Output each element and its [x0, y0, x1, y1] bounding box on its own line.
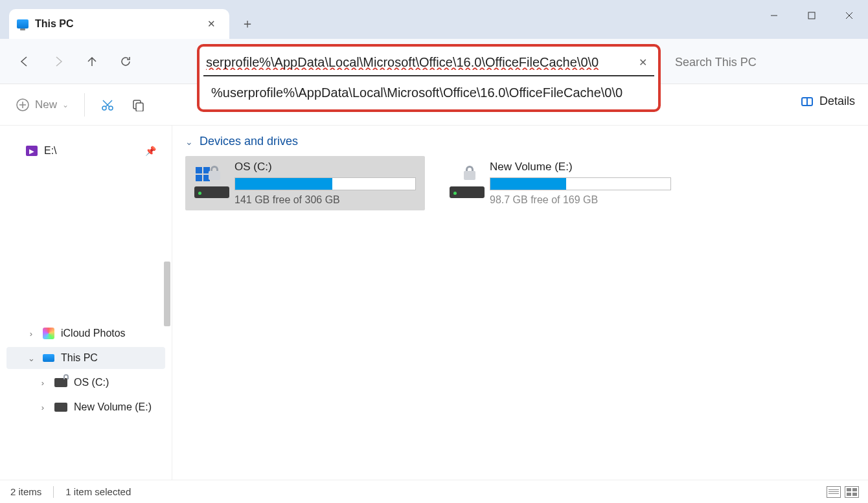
- drive-new-volume-e[interactable]: New Volume (E:) 98.7 GB free of 169 GB: [440, 156, 680, 210]
- chevron-down-icon: ⌄: [185, 137, 193, 147]
- pin-icon: 📌: [145, 146, 156, 156]
- sidebar-scrollbar[interactable]: [164, 262, 170, 326]
- sidebar-item-label: iCloud Photos: [61, 328, 126, 339]
- sidebar-pinned-e[interactable]: ▶ E:\ 📌: [6, 140, 165, 162]
- status-bar: 2 items 1 item selected: [0, 480, 868, 503]
- windows-logo-icon: [196, 167, 210, 181]
- details-toggle[interactable]: Details: [801, 95, 855, 108]
- chevron-right-icon: ›: [26, 329, 36, 339]
- close-window-button[interactable]: [830, 0, 868, 31]
- drive-free-text: 141 GB free of 306 GB: [234, 194, 416, 206]
- plus-circle-icon: [16, 98, 30, 112]
- sidebar-item-label: New Volume (E:): [74, 401, 152, 413]
- lock-icon: [209, 166, 220, 180]
- address-bar-container: ✕ %userprofile%\AppData\Local\Microsoft\…: [197, 44, 661, 112]
- sidebar-pinned-label: E:\: [44, 145, 57, 157]
- address-suggestion[interactable]: %userprofile%\AppData\Local\Microsoft\Of…: [200, 76, 658, 109]
- titlebar: This PC ✕ ＋: [0, 0, 868, 39]
- sidebar-item-os-c[interactable]: › OS (C:): [6, 372, 165, 394]
- svg-rect-1: [808, 12, 815, 19]
- copy-button[interactable]: [125, 95, 151, 115]
- drive-free-text: 98.7 GB free of 169 GB: [490, 194, 671, 206]
- sidebar-item-new-volume[interactable]: › New Volume (E:): [6, 396, 165, 418]
- search-input[interactable]: [675, 56, 856, 69]
- group-title: Devices and drives: [200, 135, 298, 148]
- forward-button[interactable]: [41, 45, 75, 78]
- tab-title: This PC: [35, 18, 196, 30]
- capacity-bar: [234, 177, 416, 190]
- separator: [84, 93, 85, 117]
- cut-button[interactable]: [94, 94, 121, 116]
- drive-icon: [54, 378, 67, 387]
- sidebar-item-label: OS (C:): [74, 377, 109, 388]
- address-highlight: ✕ %userprofile%\AppData\Local\Microsoft\…: [197, 44, 661, 112]
- drive-name: OS (C:): [234, 161, 416, 173]
- details-icon: [801, 97, 813, 106]
- content-pane: ⌄ Devices and drives OS (C:) 141 GB free…: [172, 126, 868, 480]
- grid-view-button[interactable]: [845, 486, 859, 498]
- drives-list: OS (C:) 141 GB free of 306 GB New Volume…: [185, 156, 855, 210]
- sidebar-item-label: This PC: [61, 352, 98, 364]
- this-pc-icon: [17, 19, 29, 28]
- new-label: New: [35, 98, 57, 111]
- svg-rect-12: [136, 103, 143, 111]
- this-pc-icon: [43, 354, 54, 362]
- search-box[interactable]: [675, 48, 856, 76]
- chevron-down-icon: ⌄: [62, 100, 69, 109]
- drive-icon: [194, 166, 224, 201]
- icloud-icon: [43, 328, 54, 339]
- chevron-right-icon: ›: [38, 378, 48, 388]
- scissors-icon: [100, 98, 115, 112]
- new-tab-button[interactable]: ＋: [234, 10, 260, 36]
- drive-name: New Volume (E:): [490, 161, 671, 173]
- navigation-pane: ▶ E:\ 📌 › iCloud Photos ⌄ This PC › OS (…: [0, 126, 172, 480]
- window-controls: [755, 0, 868, 31]
- copy-icon: [131, 98, 144, 111]
- drive-os-c[interactable]: OS (C:) 141 GB free of 306 GB: [185, 156, 425, 210]
- body: ▶ E:\ 📌 › iCloud Photos ⌄ This PC › OS (…: [0, 126, 868, 480]
- view-toggles: [827, 486, 859, 498]
- details-label: Details: [819, 95, 855, 108]
- maximize-button[interactable]: [793, 0, 830, 31]
- capacity-bar: [490, 177, 671, 190]
- up-button[interactable]: [75, 45, 109, 78]
- tab-this-pc[interactable]: This PC ✕: [9, 9, 229, 39]
- chevron-down-icon: ⌄: [26, 353, 36, 363]
- drive-icon: [54, 403, 67, 412]
- group-devices-drives[interactable]: ⌄ Devices and drives: [185, 135, 855, 148]
- refresh-button[interactable]: [109, 45, 143, 78]
- sidebar-item-this-pc[interactable]: ⌄ This PC: [6, 347, 165, 369]
- sidebar-item-icloud[interactable]: › iCloud Photos: [6, 322, 165, 344]
- address-clear-button[interactable]: ✕: [631, 50, 654, 74]
- minimize-button[interactable]: [755, 0, 793, 31]
- video-folder-icon: ▶: [26, 146, 38, 156]
- new-button[interactable]: New ⌄: [9, 94, 75, 116]
- separator: [53, 486, 54, 498]
- selection-count: 1 item selected: [65, 486, 131, 497]
- lock-icon: [464, 166, 475, 180]
- back-button[interactable]: [8, 45, 41, 78]
- navigation-bar: ✕ %userprofile%\AppData\Local\Microsoft\…: [0, 39, 868, 84]
- list-view-button[interactable]: [827, 486, 841, 498]
- drive-icon: [450, 166, 479, 201]
- chevron-right-icon: ›: [38, 403, 48, 412]
- address-input[interactable]: [206, 49, 631, 75]
- tab-close-button[interactable]: ✕: [202, 15, 220, 33]
- item-count: 2 items: [10, 486, 41, 497]
